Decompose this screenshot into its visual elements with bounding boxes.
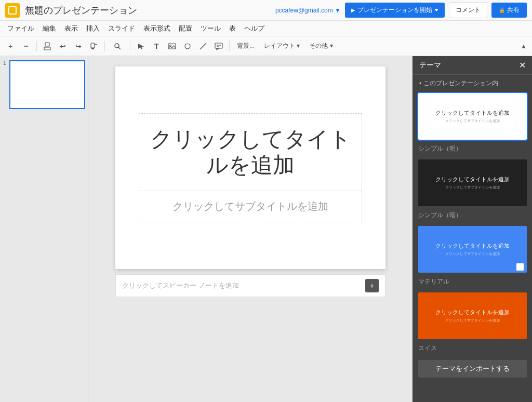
theme-import-button[interactable]: テーマをインポートする bbox=[418, 360, 527, 378]
slide-number: 1 bbox=[3, 60, 6, 66]
image-button[interactable] bbox=[165, 39, 179, 53]
svg-point-11 bbox=[185, 44, 190, 49]
toolbar-separator-1 bbox=[36, 41, 37, 51]
user-email[interactable]: pccafew@gmail.com ▼ bbox=[275, 7, 341, 14]
menu-edit[interactable]: 編集 bbox=[38, 22, 60, 35]
material-corner-icon bbox=[516, 263, 524, 271]
theme-card-title-swiss: クリックしてタイトルを追加 bbox=[435, 309, 510, 316]
theme-card-subtitle-simple-light: クリックしてサブタイトルを追加 bbox=[445, 118, 500, 124]
toolbar-separator-4 bbox=[229, 41, 230, 51]
toolbar: + − ↩ ↪ T 背景... レイアウト ▾ その他 ▾ ▲ bbox=[0, 36, 532, 56]
notes-area[interactable]: クリックしてスピーカー ノートを追加 + bbox=[115, 274, 385, 297]
theme-label-simple-light: シンプル（明） bbox=[413, 143, 532, 156]
slide-thumbnail-inner bbox=[10, 61, 84, 108]
theme-card-title-simple-light: クリックしてタイトルを追加 bbox=[435, 109, 510, 116]
share-button[interactable]: 🔒 共有 bbox=[491, 3, 527, 18]
title-bar: 無題のプレゼンテーション pccafew@gmail.com ▼ ▶ プレゼンテ… bbox=[0, 0, 532, 21]
menu-help[interactable]: ヘルプ bbox=[240, 22, 269, 35]
slide-title-area[interactable]: クリックしてタイトルを追加 bbox=[139, 113, 362, 191]
redo-button[interactable]: ↪ bbox=[71, 39, 86, 53]
notes-expand-button[interactable]: + bbox=[365, 279, 379, 292]
slide-title-text[interactable]: クリックしてタイトルを追加 bbox=[139, 126, 362, 179]
slide-canvas[interactable]: クリックしてタイトルを追加 クリックしてサブタイトルを追加 bbox=[115, 66, 385, 269]
theme-label-swiss: スイス bbox=[413, 342, 532, 356]
svg-rect-1 bbox=[45, 43, 49, 46]
theme-card-swiss[interactable]: クリックしてタイトルを追加 クリックしてサブタイトルを追加 bbox=[418, 292, 527, 339]
comment-button[interactable]: コメント bbox=[449, 2, 487, 18]
theme-card-subtitle-material: クリックしてサブタイトルを追加 bbox=[445, 251, 500, 257]
more-button[interactable]: その他 ▾ bbox=[305, 39, 337, 52]
theme-label-simple-dark: シンプル（暗） bbox=[413, 209, 532, 223]
theme-card-material[interactable]: クリックしてタイトルを追加 クリックしてサブタイトルを追加 bbox=[418, 226, 527, 273]
cursor-button[interactable] bbox=[134, 39, 148, 53]
theme-card-preview-simple-dark: クリックしてタイトルを追加 クリックしてサブタイトルを追加 bbox=[418, 159, 527, 206]
svg-rect-13 bbox=[215, 43, 222, 48]
undo-button[interactable]: ↩ bbox=[56, 39, 70, 53]
slide-subtitle-text[interactable]: クリックしてサブタイトルを追加 bbox=[172, 199, 328, 213]
app-icon bbox=[5, 3, 20, 18]
theme-card-title-material: クリックしてタイトルを追加 bbox=[435, 242, 510, 249]
zoom-label-button[interactable] bbox=[108, 39, 127, 53]
title-bar-right: pccafew@gmail.com ▼ ▶ プレゼンテーションを開始 コメント … bbox=[275, 2, 527, 18]
theme-card-title-simple-dark: クリックしてタイトルを追加 bbox=[435, 176, 510, 183]
shape-button[interactable] bbox=[180, 39, 195, 53]
text-button[interactable]: T bbox=[149, 39, 164, 53]
zoom-in-button[interactable]: + bbox=[3, 39, 18, 53]
main-layout: 1 クリックしてタイトルを追加 クリックしてサブタイトルを追加 クリックしてスピ… bbox=[0, 56, 532, 402]
menu-format[interactable]: 表示形式 bbox=[139, 22, 175, 35]
comment-toolbar-button[interactable] bbox=[211, 39, 226, 53]
svg-point-6 bbox=[115, 44, 119, 48]
menu-tools[interactable]: ツール bbox=[196, 22, 225, 35]
toolbar-separator-2 bbox=[104, 41, 105, 51]
theme-card-preview-material: クリックしてタイトルを追加 クリックしてサブタイトルを追加 bbox=[418, 226, 527, 273]
slide-subtitle-area[interactable]: クリックしてサブタイトルを追加 bbox=[139, 191, 362, 222]
theme-panel-header: テーマ ✕ bbox=[413, 56, 532, 75]
theme-card-simple-dark[interactable]: クリックしてタイトルを追加 クリックしてサブタイトルを追加 bbox=[418, 159, 527, 206]
theme-card-preview-simple-light: クリックしてタイトルを追加 クリックしてサブタイトルを追加 bbox=[418, 93, 527, 140]
line-button[interactable] bbox=[196, 39, 210, 53]
slide-panel: 1 bbox=[0, 56, 88, 402]
menu-slide[interactable]: スライド bbox=[104, 22, 139, 35]
theme-card-subtitle-simple-dark: クリックしてサブタイトルを追加 bbox=[445, 185, 500, 190]
menu-arrange[interactable]: 配置 bbox=[175, 22, 196, 35]
svg-marker-16 bbox=[217, 48, 219, 50]
slide-row-1: 1 bbox=[3, 60, 85, 111]
paint-format-button[interactable] bbox=[87, 39, 101, 53]
menu-file[interactable]: ファイル bbox=[3, 22, 38, 35]
notes-placeholder-text[interactable]: クリックしてスピーカー ノートを追加 bbox=[122, 281, 239, 290]
slide-thumbnail[interactable] bbox=[9, 60, 85, 109]
toolbar-separator-3 bbox=[130, 41, 130, 51]
svg-rect-3 bbox=[91, 43, 95, 48]
svg-rect-4 bbox=[91, 48, 94, 49]
svg-line-7 bbox=[118, 47, 121, 49]
toolbar-expand-button[interactable]: ▲ bbox=[518, 41, 529, 52]
canvas-area: クリックしてタイトルを追加 クリックしてサブタイトルを追加 クリックしてスピーカ… bbox=[88, 56, 413, 402]
theme-section-label: このプレゼンテーション内 bbox=[413, 75, 532, 90]
theme-card-simple-light[interactable]: クリックしてタイトルを追加 クリックしてサブタイトルを追加 bbox=[418, 93, 527, 140]
svg-rect-2 bbox=[45, 48, 49, 49]
svg-marker-8 bbox=[138, 44, 144, 49]
theme-label-material: マテリアル bbox=[413, 276, 532, 289]
theme-panel-title: テーマ bbox=[419, 61, 441, 70]
zoom-out-button[interactable]: − bbox=[19, 39, 33, 53]
theme-card-subtitle-swiss: クリックしてサブタイトルを追加 bbox=[445, 318, 500, 323]
menu-table[interactable]: 表 bbox=[225, 22, 240, 35]
svg-line-12 bbox=[200, 43, 206, 49]
background-button[interactable]: 背景... bbox=[233, 39, 259, 52]
menu-insert[interactable]: 挿入 bbox=[82, 22, 104, 35]
layout-button[interactable]: レイアウト ▾ bbox=[260, 39, 304, 52]
theme-card-preview-swiss: クリックしてタイトルを追加 クリックしてサブタイトルを追加 bbox=[418, 292, 527, 339]
document-title[interactable]: 無題のプレゼンテーション bbox=[25, 4, 270, 17]
present-button[interactable]: ▶ プレゼンテーションを開始 bbox=[345, 3, 445, 18]
menu-bar: ファイル 編集 表示 挿入 スライド 表示形式 配置 ツール 表 ヘルプ bbox=[0, 21, 532, 36]
theme-panel: テーマ ✕ このプレゼンテーション内 クリックしてタイトルを追加 クリックしてサ… bbox=[413, 56, 532, 402]
theme-close-button[interactable]: ✕ bbox=[519, 60, 526, 70]
menu-view[interactable]: 表示 bbox=[60, 22, 82, 35]
print-button[interactable] bbox=[40, 39, 55, 53]
